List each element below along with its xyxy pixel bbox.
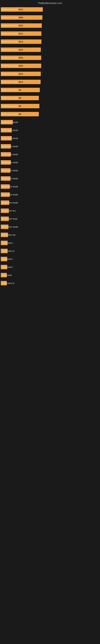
bar-label: Bottleneck result [1,97,18,99]
bar-row-wrapper: Bottleneck result50 [1,110,99,118]
bar-row-wrapper: Bottleneck result54.2 [1,6,99,14]
bar-row-wrapper: Bottleneck result [1,134,99,142]
bar-container: Bottleneck result53.5 [1,23,42,28]
bar-label: Bottleneck result [1,161,11,164]
bar-row-wrapper: Bottleneck result [1,166,99,174]
bar-label: Bottleneck res [1,234,8,236]
bar-row: Bottleneck [1,272,99,278]
bar-value: 53.1 [18,32,24,35]
bar-container: Bottleneck result54% [1,15,42,20]
bar-row-wrapper: Bottleneck result [1,150,99,158]
bar-container: Bottleneck result52.3 [1,80,41,84]
bar-container: Bottleneck r [1,265,7,269]
bar-value: 52.3 [18,81,24,83]
bar-row-wrapper: Bottleneck result52.6 [1,46,99,54]
bar-fill: Bottleneck result52.6 [1,72,41,76]
bar-row: Bottleneck result53% [1,63,99,68]
bar-label: Bottleneck result [1,226,8,228]
bar-fill: Bottleneck result [1,144,11,148]
bar-row-wrapper: Bottleneck [1,271,99,279]
bar-row: Bottleneck result [1,224,99,230]
bars-list: Bottleneck result54.2Bottleneck result54… [0,6,100,287]
bar-fill: Bottleneck resul [1,216,9,221]
bar-fill: Bottleneck result52.3 [1,80,41,84]
bar-row-wrapper: Bottleneck r [1,239,99,247]
bar-fill: Bottleneck re [1,281,7,285]
bar-container: Bottleneck result50 [1,112,39,116]
bar-value: 51 [18,105,22,107]
bar-value: 52.6 [18,73,24,75]
bar-label: Bottleneck res [1,210,9,212]
bar-container: Bottleneck resul [1,216,9,221]
bar-fill: Bottleneck result [1,184,10,189]
bar-fill: Bottleneck result54.2 [1,7,43,12]
bar-fill: Bottleneck result53% [1,64,41,68]
bar-value: 53% [18,64,24,67]
bar-label: Bottleneck result [1,137,12,140]
bar-fill: Bottleneck result50 [1,96,39,100]
bar-label: Bottleneck result [1,64,18,67]
bar-label: Bottleneck r [1,242,8,244]
bar-row-wrapper: Bottleneck r [1,255,99,263]
bar-row: Bottleneck res [1,208,99,213]
bar-row-wrapper: Bottleneck result [1,118,99,126]
bar-row-wrapper: Bottleneck resul [1,215,99,223]
bar-row: Bottleneck r [1,264,99,270]
bar-container: Bottleneck result [1,200,9,205]
bar-container: Bottleneck result51 [1,104,39,108]
bar-row: Bottleneck result53.1 [1,31,99,36]
bar-container: Bottleneck result [1,144,11,148]
bar-label: Bottleneck result [1,8,18,11]
bar-label: Bottleneck result [1,56,18,59]
bar-row: Bottleneck r [1,256,99,262]
bar-row: Bottleneck result52.6 [1,47,99,52]
bar-label: Bottleneck result [1,24,18,27]
bar-value: 53.5 [18,24,24,27]
bar-label: Bottleneck result [1,185,10,188]
bar-label: Bottleneck result [1,169,10,172]
bar-fill: Bottleneck result51 [1,104,39,108]
bar-row-wrapper: Bottleneck r [1,263,99,271]
bar-value: 50 [18,113,22,115]
bar-row: Bottleneck result [1,128,99,133]
bar-fill: Bottleneck result [1,120,13,124]
bar-value: 51. [18,89,22,91]
bar-container: Bottleneck result [1,160,11,164]
bar-label: Bottleneck resul [1,218,9,220]
bar-row: Bottleneck result50 [1,96,99,100]
header: TheBottlenecker.com [0,0,100,6]
bar-row-wrapper: Bottleneck result53% [1,62,99,70]
bar-row: Bottleneck result [1,192,99,197]
bar-row-wrapper: Bottleneck re [1,247,99,255]
bar-fill: Bottleneck result53.5 [1,23,42,28]
bar-row-wrapper: Bottleneck result [1,182,99,190]
bar-fill: Bottleneck result [1,160,11,164]
bar-container: Bottleneck result53% [1,64,41,68]
bar-row: Bottleneck result51. [1,87,99,92]
bar-row: Bottleneck result [1,200,99,205]
bar-container: Bottleneck result53.3 [1,40,41,44]
bar-row: Bottleneck result [1,152,99,157]
bar-fill: Bottleneck result [1,128,12,132]
bar-fill: Bottleneck result [1,224,8,229]
bar-row-wrapper: Bottleneck result50 [1,94,99,102]
bar-fill: Bottleneck result53.3 [1,40,41,44]
bar-row: Bottleneck re [1,280,99,286]
bar-container: Bottleneck res [1,208,9,213]
bar-row-wrapper: Bottleneck result [1,126,99,134]
bar-fill: Bottleneck result [1,192,10,197]
bar-value: 54% [18,16,24,19]
bar-row: Bottleneck result [1,184,99,189]
bar-value: 53.3 [18,40,24,43]
bar-row-wrapper: Bottleneck result [1,190,99,199]
bar-row-wrapper: Bottleneck result [1,174,99,182]
bar-label: Bottleneck r [1,258,7,260]
bar-label: Bottleneck re [1,282,7,284]
bar-label: Bottleneck result [1,194,10,196]
bar-row-wrapper: Bottleneck result52.6 [1,70,99,78]
bar-row-wrapper: Bottleneck result51. [1,86,99,94]
bar-container: Bottleneck res [1,233,8,237]
bar-container: Bottleneck result [1,184,10,189]
bar-row: Bottleneck result [1,136,99,141]
bar-row-wrapper: Bottleneck result [1,199,99,207]
